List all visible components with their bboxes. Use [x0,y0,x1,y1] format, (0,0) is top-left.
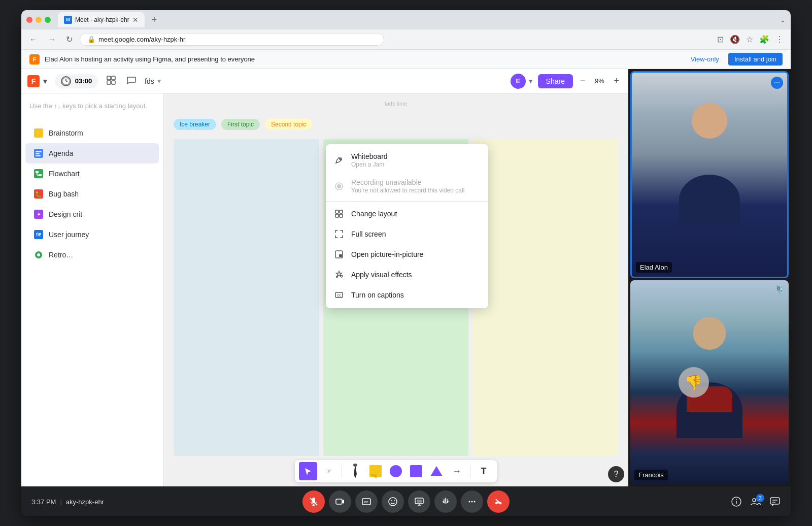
close-window-button[interactable] [26,17,32,23]
svg-text:⚡: ⚡ [35,129,42,137]
change-layout-icon [334,209,344,219]
svg-point-58 [469,501,470,503]
maximize-window-button[interactable] [45,17,51,23]
layout-item-userjourney[interactable]: 🗺 User journey [25,224,159,245]
pip-icon [334,249,344,259]
captions-button[interactable]: CC [355,490,378,513]
svg-point-30 [390,465,402,477]
tab-close-button[interactable]: ✕ [132,16,139,24]
current-time: 3:37 PM [31,498,56,506]
layout-toggle-button[interactable] [104,73,118,89]
figma-document-title[interactable]: fds ▼ [145,77,162,85]
userjourney-icon: 🗺 [33,229,44,240]
fullscreen-content: Full screen [351,230,480,238]
mute-tab-icon[interactable]: 🔇 [728,32,742,46]
menu-divider-1 [326,201,488,202]
triangle-shape-button[interactable] [427,462,446,480]
back-button[interactable]: ← [26,33,41,46]
menu-item-fullscreen[interactable]: Full screen [326,224,488,244]
minimize-window-button[interactable] [36,17,42,23]
text-tool-button[interactable]: T [475,462,493,480]
pen-tool-button[interactable] [346,462,364,480]
fullscreen-title: Full screen [351,230,480,238]
install-join-button[interactable]: Install and join [728,53,783,65]
ice-breaker-tag[interactable]: Ice breaker [174,119,216,130]
chat-button[interactable] [769,496,781,507]
present-button[interactable] [408,490,430,513]
camera-button[interactable] [329,490,351,513]
agenda-label: Agenda [49,149,73,157]
browser-window: M Meet - aky-hzpk-ehr ✕ + ⌄ ← → ↻ 🔒 meet… [21,10,791,516]
circle-shape-button[interactable] [387,462,405,480]
end-call-icon [493,496,504,507]
raise-hand-button[interactable] [434,490,457,513]
visual-effects-title: Apply visual effects [351,271,480,279]
browser-tab[interactable]: M Meet - aky-hzpk-ehr ✕ [58,12,145,27]
layout-item-flowchart[interactable]: Flowchart [25,163,159,184]
sticky-note-button[interactable] [366,462,385,480]
layout-item-bugbash[interactable]: 🐛 Bug bash [25,184,159,204]
circle-icon [389,464,403,478]
info-button[interactable] [731,496,742,507]
zoom-in-button[interactable]: + [611,75,622,87]
svg-rect-6 [112,76,115,80]
whiteboard-content: Whiteboard Open a Jam [351,152,480,168]
menu-item-whiteboard[interactable]: Whiteboard Open a Jam [326,147,488,173]
browser-menu-icon[interactable]: ⋮ [773,32,786,46]
layout-item-agenda[interactable]: Agenda [25,143,159,163]
pip-content: Open picture-in-picture [351,250,480,258]
svg-rect-67 [770,498,780,504]
svg-point-52 [391,500,392,501]
layout-item-designcrit[interactable]: ✦ Design crit [25,204,159,224]
svg-rect-40 [339,254,342,257]
figma-embed: F ▼ 03:00 [21,69,628,486]
triangle-icon [429,464,444,478]
layout-list: ⚡ Brainstorm Agenda [21,119,163,269]
figma-logo-button[interactable]: F ▼ [27,75,49,87]
second-topic-tag[interactable]: Second topic [265,119,312,130]
forward-button[interactable]: → [45,33,59,46]
view-only-button[interactable]: View-only [687,53,723,65]
bookmark-icon[interactable]: ☆ [744,32,755,46]
screen-capture-icon[interactable]: ⊡ [715,32,726,46]
elad-name-badge: Elad Alon [636,262,672,273]
raise-hand-icon [441,497,451,507]
menu-item-pip[interactable]: Open picture-in-picture [326,244,488,265]
participants-button[interactable]: 3 [750,496,761,507]
menu-item-recording: Recording unavailable You're not allowed… [326,173,488,199]
layout-icon [106,75,116,85]
extensions-icon[interactable]: 🧩 [757,32,771,46]
video-panels: ⋯ Elad Alon 🎙️ 👎 Francois [628,69,791,486]
arrow-shape-button[interactable]: → [448,462,466,480]
more-options-button[interactable] [461,490,483,513]
arrow-tool-icon [303,467,313,476]
svg-rect-36 [340,210,343,213]
new-tab-button[interactable]: + [149,15,160,25]
recording-title: Recording unavailable [351,178,480,186]
layout-item-retrospective[interactable]: Retro… [25,245,159,265]
zoom-out-button[interactable]: − [577,75,589,87]
comment-button[interactable] [124,73,139,89]
svg-rect-15 [34,169,43,178]
svg-point-51 [389,498,397,506]
fullscreen-icon [334,229,344,239]
end-call-button[interactable] [487,490,510,513]
layout-item-brainstorm[interactable]: ⚡ Brainstorm [25,123,159,143]
visual-effects-content: Apply visual effects [351,271,480,279]
menu-item-captions[interactable]: CC Turn on captions [326,285,488,305]
menu-item-change-layout[interactable]: Change layout [326,204,488,224]
share-button[interactable]: Share [538,74,573,88]
whiteboard-icon [334,155,344,166]
reload-button[interactable]: ↻ [63,32,76,46]
help-button[interactable]: ? [608,466,624,482]
first-topic-tag[interactable]: First topic [221,119,260,130]
arrow-tool-button[interactable] [299,462,317,480]
emoji-button[interactable] [382,490,404,513]
microphone-button[interactable] [302,490,325,513]
user-avatar: E [511,74,526,89]
square-shape-button[interactable] [407,462,425,480]
browser-titlebar: M Meet - aky-hzpk-ehr ✕ + ⌄ [21,10,791,29]
url-bar[interactable]: 🔒 meet.google.com/aky-hzpk-hr [80,33,384,46]
menu-item-visual-effects[interactable]: Apply visual effects [326,265,488,285]
elad-menu-dots[interactable]: ⋯ [771,77,783,89]
